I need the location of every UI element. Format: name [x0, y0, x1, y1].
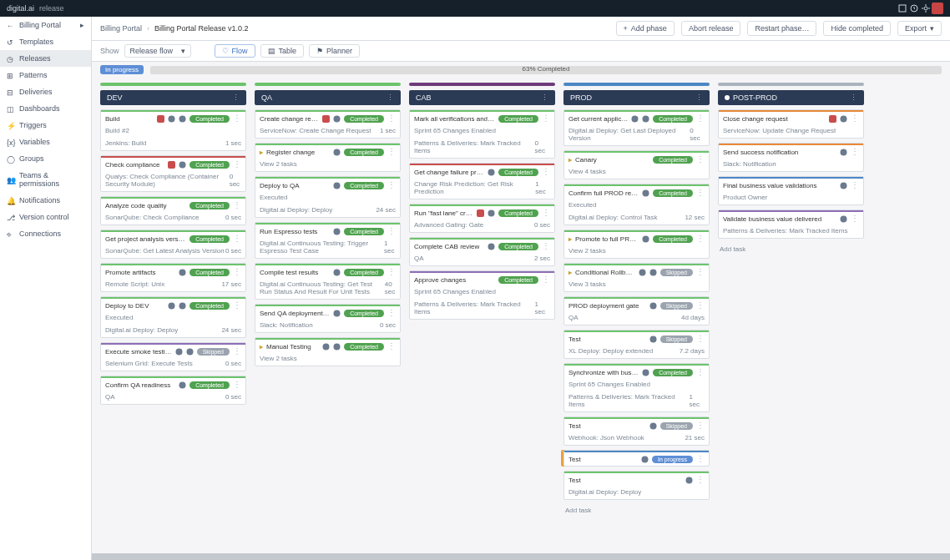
task-card[interactable]: TestSkipped⋮XL Deploy: Deploy extended7.…	[563, 330, 710, 359]
sidebar-item-deliveries[interactable]: ⊟Deliveries	[0, 83, 91, 100]
view-flow-button[interactable]: ♡ Flow	[215, 44, 255, 58]
task-card[interactable]: Compile test resultsCompleted⋮Digital.ai…	[255, 263, 401, 300]
task-menu-icon[interactable]: ⋮	[542, 275, 550, 284]
gear-icon[interactable]	[920, 3, 932, 14]
add-phase-button[interactable]: + Add phase	[616, 21, 675, 36]
task-menu-icon[interactable]: ⋮	[387, 309, 396, 317]
phase-menu-icon[interactable]: ⋮	[387, 93, 394, 102]
task-card[interactable]: ▸CanaryCompleted⋮View 4 tasks	[563, 150, 710, 179]
task-card[interactable]: ▸Manual TestingCompleted⋮View 2 tasks	[255, 337, 401, 366]
sidebar-item-dashboards[interactable]: ◫Dashboards	[0, 100, 91, 117]
task-menu-icon[interactable]: ⋮	[233, 235, 241, 243]
task-menu-icon[interactable]: ⋮	[387, 181, 396, 189]
task-card[interactable]: Analyze code qualityCompleted⋮SonarQube:…	[100, 196, 246, 225]
task-menu-icon[interactable]: ⋮	[851, 181, 859, 189]
view-table-button[interactable]: ▤ Table	[260, 44, 305, 58]
phase-header[interactable]: QA⋮	[255, 90, 401, 105]
task-card[interactable]: Get current application v…Completed⋮Digi…	[563, 109, 710, 146]
task-menu-icon[interactable]: ⋮	[233, 381, 241, 389]
task-menu-icon[interactable]: ⋮	[233, 114, 241, 123]
sidebar-item-connections[interactable]: ⎆Connections	[0, 225, 91, 242]
task-menu-icon[interactable]: ⋮	[233, 160, 241, 169]
task-menu-icon[interactable]: ⋮	[696, 189, 705, 197]
task-card[interactable]: Get change failure predictionCompleted⋮C…	[409, 163, 555, 199]
task-card[interactable]: TestSkipped⋮Webhook: Json Webhook21 sec	[563, 416, 710, 446]
task-card[interactable]: Get project analysis versionCompleted⋮So…	[100, 230, 246, 259]
sidebar-item-templates[interactable]: ↺Templates	[0, 33, 91, 50]
task-menu-icon[interactable]: ⋮	[233, 301, 241, 310]
phase-menu-icon[interactable]: ⋮	[850, 93, 857, 102]
phase-header[interactable]: POST-PROD⋮	[718, 90, 864, 105]
task-menu-icon[interactable]: ⋮	[542, 114, 550, 123]
task-card[interactable]: Final business value validations⋮Product…	[718, 176, 864, 205]
sidebar-item-triggers[interactable]: ⚡Triggers	[0, 117, 91, 134]
task-card[interactable]: BuildCompleted⋮Build #2Jenkins: Build1 s…	[100, 109, 246, 151]
task-menu-icon[interactable]: ⋮	[696, 235, 705, 243]
task-card[interactable]: PROD deployment gateSkipped⋮QA4d days	[563, 296, 710, 325]
phase-menu-icon[interactable]: ⋮	[232, 93, 240, 102]
view-planner-button[interactable]: ⚑ Planner	[309, 44, 360, 58]
sidebar-item-version-control[interactable]: ⎇Version control	[0, 209, 91, 225]
task-menu-icon[interactable]: ⋮	[542, 168, 550, 176]
task-card[interactable]: ▸Promote to full PRODCompleted⋮View 2 ta…	[563, 230, 710, 259]
task-card[interactable]: Confirm full PROD readinessCompleted⋮Exe…	[563, 184, 710, 225]
task-menu-icon[interactable]: ⋮	[851, 214, 859, 223]
task-card[interactable]: Create change requestCompleted⋮ServiceNo…	[255, 109, 401, 139]
task-menu-icon[interactable]: ⋮	[387, 114, 396, 123]
task-card[interactable]: Promote artifactsCompleted⋮Remote Script…	[100, 263, 246, 292]
clock-icon[interactable]	[908, 3, 920, 14]
phase-header[interactable]: DEV⋮	[100, 90, 246, 105]
task-menu-icon[interactable]: ⋮	[542, 209, 550, 217]
add-task-button[interactable]: Add task	[718, 243, 864, 255]
task-card[interactable]: TestIn progress⋮	[563, 450, 710, 467]
task-menu-icon[interactable]: ⋮	[233, 201, 241, 209]
task-menu-icon[interactable]: ⋮	[696, 301, 705, 310]
task-card[interactable]: Deploy to DEVCompleted⋮ExecutedDigital.a…	[100, 296, 246, 338]
sidebar-item-releases[interactable]: ◷Releases	[0, 50, 91, 67]
task-card[interactable]: Confirm QA readinessCompleted⋮QA0 sec	[100, 376, 246, 405]
task-menu-icon[interactable]: ⋮	[387, 268, 396, 276]
task-menu-icon[interactable]: ⋮	[387, 227, 396, 235]
task-card[interactable]: Send QA deployment notif…Completed⋮Slack…	[255, 304, 401, 333]
task-card[interactable]: ▸Register changeCompleted⋮View 2 tasks	[255, 143, 401, 172]
task-card[interactable]: Run "fast lane" criteria chec…Completed⋮…	[409, 204, 555, 233]
task-menu-icon[interactable]: ⋮	[696, 421, 705, 430]
sidebar-item-patterns[interactable]: ⊞Patterns	[0, 67, 91, 83]
show-select[interactable]: Release flow▾	[124, 44, 191, 58]
sidebar-item-variables[interactable]: {x}Variables	[0, 134, 91, 150]
phase-menu-icon[interactable]: ⋮	[695, 93, 703, 102]
task-menu-icon[interactable]: ⋮	[696, 114, 705, 123]
task-card[interactable]: Check complianceCompleted⋮Qualys: Check …	[100, 155, 246, 192]
phase-header[interactable]: CAB⋮	[409, 90, 555, 105]
task-menu-icon[interactable]: ⋮	[851, 114, 859, 123]
task-menu-icon[interactable]: ⋮	[696, 455, 705, 463]
restart-phase-button[interactable]: Restart phase…	[747, 21, 816, 36]
sidebar-item-billing-portal[interactable]: ←Billing Portal▸	[0, 17, 91, 33]
abort-release-button[interactable]: Abort release	[681, 21, 741, 36]
horizontal-scrollbar[interactable]	[92, 553, 950, 560]
task-card[interactable]: Mark all verifications and c…Completed⋮S…	[409, 109, 555, 159]
task-card[interactable]: Run Espresso testsCompleted⋮Digital.ai C…	[255, 222, 401, 259]
task-menu-icon[interactable]: ⋮	[233, 347, 241, 356]
task-menu-icon[interactable]: ⋮	[542, 242, 550, 250]
task-card[interactable]: Complete CAB reviewCompleted⋮QA2 sec	[409, 237, 555, 266]
sidebar-item-notifications[interactable]: 🔔Notifications	[0, 192, 91, 209]
user-avatar[interactable]	[932, 3, 943, 14]
book-icon[interactable]	[897, 3, 908, 14]
sidebar-item-teams-permissions[interactable]: 👥Teams & permissions	[0, 167, 91, 192]
task-menu-icon[interactable]: ⋮	[387, 342, 396, 351]
phase-menu-icon[interactable]: ⋮	[541, 93, 548, 102]
crumb-folder[interactable]: Billing Portal	[100, 24, 142, 33]
task-card[interactable]: Execute smoke testingSkipped⋮Selenium Gr…	[100, 342, 246, 371]
task-menu-icon[interactable]: ⋮	[696, 368, 705, 376]
task-menu-icon[interactable]: ⋮	[387, 148, 396, 156]
sidebar-item-groups[interactable]: ◯Groups	[0, 150, 91, 167]
task-card[interactable]: Send success notification⋮Slack: Notific…	[718, 143, 864, 172]
task-card[interactable]: Test⋮Digital.ai Deploy: Deploy	[563, 471, 710, 500]
task-menu-icon[interactable]: ⋮	[233, 268, 241, 276]
task-menu-icon[interactable]: ⋮	[696, 155, 705, 164]
hide-completed-button[interactable]: Hide completed	[823, 21, 891, 36]
task-card[interactable]: Deploy to QACompleted⋮ExecutedDigital.ai…	[255, 176, 401, 218]
task-card[interactable]: Close change request⋮ServiceNow: Update …	[718, 109, 864, 139]
export-button[interactable]: Export ▾	[897, 21, 942, 36]
